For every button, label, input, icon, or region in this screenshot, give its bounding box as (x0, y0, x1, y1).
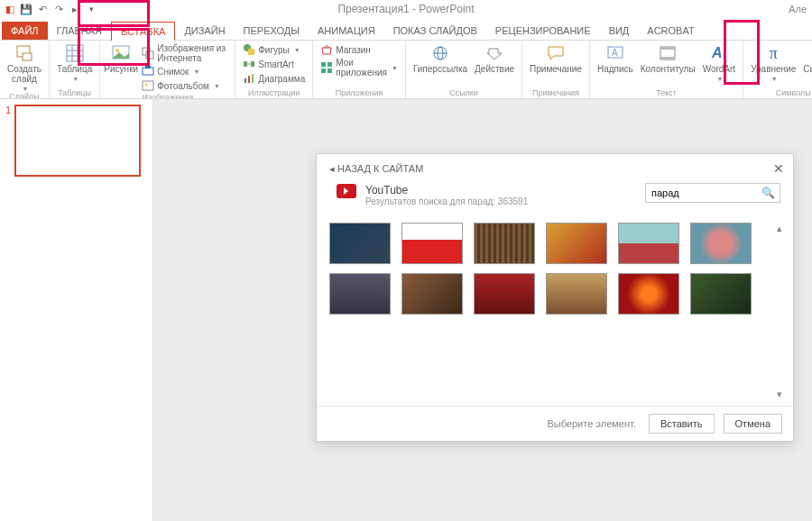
screenshot-button[interactable]: Снимок ▼ (140, 64, 229, 78)
slide-thumbnails-panel: 1 (0, 99, 153, 521)
store-icon (320, 43, 333, 56)
video-result[interactable] (690, 223, 752, 264)
hyperlink-icon (431, 44, 449, 62)
tab-file[interactable]: ФАЙЛ (2, 22, 48, 40)
chart-icon (243, 72, 255, 85)
hyperlink-button[interactable]: Гиперссылка (411, 42, 469, 74)
header-footer-label: Колонтитулы (641, 64, 696, 74)
video-result[interactable] (329, 223, 391, 264)
dropdown-icon: ▼ (214, 83, 220, 89)
video-result[interactable] (546, 223, 607, 264)
svg-rect-10 (146, 51, 153, 59)
tab-insert[interactable]: ВСТАВКА (111, 22, 175, 41)
tab-view[interactable]: ВИД (600, 22, 639, 40)
my-apps-button[interactable]: Мои приложения ▼ (318, 57, 400, 78)
tab-slideshow[interactable]: ПОКАЗ СЛАЙДОВ (384, 22, 486, 40)
dialog-cancel-button[interactable]: Отмена (724, 414, 782, 434)
wordart-button[interactable]: A WordArt ▼ (701, 42, 738, 82)
group-label-apps: Приложения (336, 88, 383, 98)
video-result[interactable] (401, 273, 463, 315)
action-button[interactable]: Действие (473, 42, 516, 74)
svg-rect-24 (328, 62, 332, 67)
group-label-symbols: Символы (776, 88, 811, 98)
dialog-scrollbar[interactable]: ▴ ▾ (773, 223, 786, 400)
tab-review[interactable]: РЕЦЕНЗИРОВАНИЕ (486, 22, 600, 40)
svg-text:A: A (612, 48, 618, 58)
tab-acrobat[interactable]: ACROBAT (638, 22, 703, 40)
dialog-source-name: YouTube (365, 184, 528, 197)
dialog-insert-button[interactable]: Вставить (649, 414, 715, 434)
table-button[interactable]: Таблица ▼ (55, 42, 94, 82)
new-slide-button[interactable]: Создать слайд ▼ (5, 42, 43, 92)
account-label[interactable]: Але (789, 4, 807, 14)
scroll-up-icon[interactable]: ▴ (777, 223, 782, 234)
photo-album-icon (142, 79, 154, 92)
photo-album-button[interactable]: Фотоальбом ▼ (140, 78, 229, 93)
tab-transitions[interactable]: ПЕРЕХОДЫ (235, 22, 309, 40)
scroll-down-icon[interactable]: ▾ (777, 388, 782, 400)
equation-label: Уравнение (751, 64, 796, 74)
wordart-label: WordArt (703, 64, 736, 74)
video-result[interactable] (618, 223, 679, 264)
dropdown-icon: ▼ (294, 47, 300, 53)
comment-label: Примечание (530, 64, 582, 74)
dialog-close-button[interactable]: ✕ (773, 161, 784, 176)
shapes-button[interactable]: Фигуры ▼ (241, 42, 307, 57)
tab-design[interactable]: ДИЗАЙН (175, 22, 234, 40)
video-result[interactable] (474, 273, 535, 315)
video-result[interactable] (690, 273, 752, 315)
photo-album-label: Фотоальбом (157, 81, 209, 91)
group-tables: Таблица ▼ Таблицы (50, 41, 100, 98)
my-apps-icon (320, 61, 333, 74)
group-label-slides: Слайды (9, 92, 40, 99)
video-result[interactable] (618, 273, 679, 315)
video-result[interactable] (474, 223, 535, 264)
group-apps: Магазин Мои приложения ▼ Приложения (313, 41, 406, 98)
group-label-tables: Таблицы (58, 88, 91, 98)
svg-point-14 (145, 84, 148, 87)
video-result[interactable] (546, 273, 607, 315)
symbol-label: Символ (803, 64, 812, 74)
svg-rect-11 (143, 68, 153, 75)
wordart-icon: A (710, 44, 728, 62)
table-label: Таблица (57, 64, 92, 74)
equation-button[interactable]: π Уравнение ▼ (749, 42, 798, 82)
chart-button[interactable]: Диаграмма (241, 71, 307, 86)
window-title: Презентация1 - PowerPoint (0, 3, 812, 15)
video-result[interactable] (329, 273, 391, 315)
textbox-button[interactable]: A Надпись (595, 42, 635, 74)
group-text: A Надпись Колонтитулы A WordArt ▼ Текст (590, 41, 743, 98)
tab-home[interactable]: ГЛАВНАЯ (48, 22, 111, 40)
dialog-search-input[interactable] (645, 183, 780, 203)
dialog-back-link[interactable]: ◂ НАЗАД К САЙТАМ (329, 163, 423, 174)
group-illustrations: Фигуры ▼ SmartArt Диаграмма Иллюстрации (235, 41, 313, 98)
group-label-illustrations: Иллюстрации (248, 88, 300, 98)
dropdown-icon: ▼ (23, 86, 29, 92)
svg-rect-22 (252, 74, 254, 83)
comment-button[interactable]: Примечание (528, 42, 584, 74)
slide-thumbnail-1[interactable] (14, 105, 141, 177)
symbol-button[interactable]: Ω Символ (801, 42, 812, 74)
dropdown-icon: ▼ (392, 65, 398, 71)
dialog-search: 🔍 (645, 183, 780, 203)
hyperlink-label: Гиперссылка (413, 64, 467, 74)
video-result[interactable] (401, 223, 463, 264)
pictures-label: Рисунки (104, 64, 138, 74)
search-icon[interactable]: 🔍 (761, 187, 775, 199)
ribbon-tabs: ФАЙЛ ГЛАВНАЯ ВСТАВКА ДИЗАЙН ПЕРЕХОДЫ АНИ… (0, 18, 812, 40)
store-button[interactable]: Магазин (318, 42, 400, 57)
smartart-button[interactable]: SmartArt (241, 57, 307, 71)
tab-animation[interactable]: АНИМАЦИЯ (309, 22, 384, 40)
header-footer-button[interactable]: Колонтитулы (639, 42, 697, 74)
new-slide-label: Создать слайд (7, 64, 42, 84)
ribbon: Создать слайд ▼ Слайды Таблица ▼ Таблицы (0, 40, 812, 99)
smartart-icon (243, 58, 255, 70)
shapes-label: Фигуры (258, 45, 289, 55)
svg-rect-13 (143, 81, 153, 90)
pictures-button[interactable]: Рисунки (106, 42, 136, 74)
youtube-icon (337, 184, 356, 198)
online-pictures-button[interactable]: Изображения из Интернета (140, 42, 229, 64)
svg-rect-12 (145, 66, 151, 69)
svg-rect-20 (245, 78, 246, 83)
svg-rect-35 (660, 57, 675, 59)
